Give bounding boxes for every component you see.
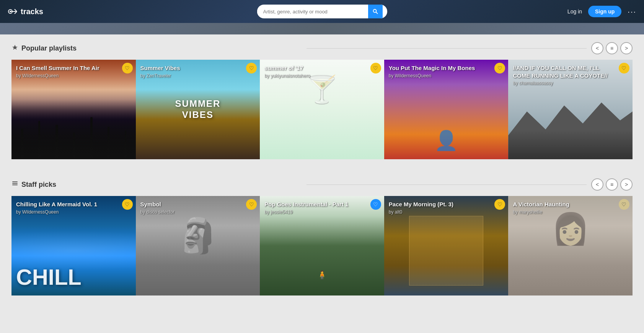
card-info: A Victorian Haunting by maryshellie <box>513 201 616 215</box>
staff-playlist-card-5[interactable]: 👩 ♡ A Victorian Haunting by maryshellie <box>508 196 633 295</box>
card-badge: ♡ <box>370 63 381 73</box>
card-author: by alt0 <box>389 209 492 215</box>
card-info: //AND IF YOU CALL ON ME, I'LL COME RUNNI… <box>513 64 616 86</box>
card-badge: ♡ <box>494 199 505 210</box>
main-content: Popular playlists < ≡ > <box>0 34 644 315</box>
staff-menu-button[interactable]: ≡ <box>606 178 618 191</box>
header-right: Log in Sign up ··· <box>567 6 636 17</box>
search-bar <box>257 5 387 18</box>
popular-section-title: Popular playlists <box>21 44 302 52</box>
card-title: //AND IF YOU CALL ON ME, I'LL COME RUNNI… <box>513 64 616 79</box>
card-author: by WildernessQueen <box>16 73 119 78</box>
popular-playlist-grid: ♡ I Can Smell Summer In The Air by Wilde… <box>11 60 633 159</box>
card-author: by WildernessQueen <box>389 73 492 78</box>
search-button[interactable] <box>368 5 383 18</box>
card-title: summer of '17 <box>264 64 367 72</box>
signup-button[interactable]: Sign up <box>588 6 621 17</box>
card-badge: ♡ <box>122 199 133 210</box>
card-author: by ZenTraveler <box>140 73 243 78</box>
staff-playlist-grid: CHILL ♡ Chilling Like A Mermaid Vol. 1 b… <box>11 196 633 295</box>
big-text: CHILL <box>16 264 82 290</box>
card-info: summer of '17 by yukiyunaisnotahero <box>264 64 367 78</box>
more-button[interactable]: ··· <box>628 7 636 16</box>
card-info: Summer Vibes by ZenTraveler <box>140 64 243 78</box>
popular-playlist-card-5[interactable]: ♡ //AND IF YOU CALL ON ME, I'LL COME RUN… <box>508 60 633 159</box>
login-button[interactable]: Log in <box>567 8 582 15</box>
card-info: I Can Smell Summer In The Air by Wildern… <box>16 64 119 78</box>
card-badge: ♡ <box>619 199 629 210</box>
card-author: by disco selector <box>140 209 243 215</box>
card-title: Symbol <box>140 201 243 208</box>
card-badge: ♡ <box>494 63 505 73</box>
svg-point-5 <box>373 10 376 13</box>
popular-icon <box>11 44 18 52</box>
card-badge: ♡ <box>246 63 257 73</box>
popular-section-header: Popular playlists < ≡ > <box>11 42 633 54</box>
card-title: A Victorian Haunting <box>513 201 616 208</box>
staff-section-line <box>307 184 587 185</box>
staff-playlist-card-4[interactable]: ♡ Pace My Morning (Pt. 3) by alt0 <box>384 196 509 295</box>
popular-menu-button[interactable]: ≡ <box>606 42 618 54</box>
card-author: by maryshellie <box>513 209 616 215</box>
staff-icon <box>11 180 18 189</box>
card-info: Chilling Like A Mermaid Vol. 1 by Wilder… <box>16 201 119 215</box>
card-title: Pace My Morning (Pt. 3) <box>389 201 492 208</box>
card-author: by WildernessQueen <box>16 209 119 215</box>
card-badge: ♡ <box>122 63 133 73</box>
staff-playlist-card-1[interactable]: CHILL ♡ Chilling Like A Mermaid Vol. 1 b… <box>11 196 136 295</box>
popular-prev-button[interactable]: < <box>591 42 603 54</box>
card-author: by yukiyunaisnotahero <box>264 73 367 78</box>
card-badge: ♡ <box>370 199 381 210</box>
card-title: Summer Vibes <box>140 64 243 72</box>
staff-section-header: Staff picks < ≡ > <box>11 178 633 191</box>
card-badge: ♡ <box>619 63 629 73</box>
popular-section-line <box>307 48 587 49</box>
card-title: I Can Smell Summer In The Air <box>16 64 119 72</box>
svg-rect-7 <box>12 181 18 182</box>
popular-playlist-card-4[interactable]: 👤 ♡ You Put The Magic In My Bones by Wil… <box>384 60 509 159</box>
header: tracks Log in Sign up ··· <box>0 0 644 23</box>
popular-section-controls: < ≡ > <box>591 42 633 54</box>
banner-strip <box>0 23 644 34</box>
card-info: Pace My Morning (Pt. 3) by alt0 <box>389 201 492 215</box>
staff-prev-button[interactable]: < <box>591 178 603 191</box>
popular-playlists-section: Popular playlists < ≡ > <box>11 42 633 159</box>
staff-picks-section: Staff picks < ≡ > CHILL ♡ Chilling Like … <box>11 178 633 295</box>
card-info: Symbol by disco selector <box>140 201 243 215</box>
search-input[interactable] <box>257 6 368 18</box>
popular-playlist-card-1[interactable]: ♡ I Can Smell Summer In The Air by Wilde… <box>11 60 136 159</box>
card-author: by jessie5419 <box>264 209 367 215</box>
staff-section-title: Staff picks <box>21 181 302 189</box>
staff-playlist-card-3[interactable]: 🧍 ♡ Pop Goes Instrumental - Part 1 by je… <box>260 196 384 295</box>
card-info: Pop Goes Instrumental - Part 1 by jessie… <box>264 201 367 215</box>
svg-rect-9 <box>12 184 18 185</box>
logo[interactable]: tracks <box>8 6 43 17</box>
logo-text: tracks <box>21 7 43 16</box>
card-title: Pop Goes Instrumental - Part 1 <box>264 201 367 208</box>
popular-playlist-card-3[interactable]: 🍸 ♡ summer of '17 by yukiyunaisnotahero <box>260 60 384 159</box>
svg-line-6 <box>376 12 378 14</box>
svg-rect-8 <box>12 183 18 184</box>
card-title: Chilling Like A Mermaid Vol. 1 <box>16 201 119 208</box>
card-badge: ♡ <box>246 199 257 210</box>
popular-playlist-card-2[interactable]: SUMMERVIBES ♡ Summer Vibes by ZenTravele… <box>136 60 260 159</box>
popular-next-button[interactable]: > <box>620 42 633 54</box>
card-title: You Put The Magic In My Bones <box>389 64 492 72</box>
card-author: by chamalaassassy <box>513 80 616 86</box>
staff-playlist-card-2[interactable]: 🗿 ♡ Symbol by disco selector <box>136 196 260 295</box>
staff-section-controls: < ≡ > <box>591 178 633 191</box>
card-info: You Put The Magic In My Bones by Wildern… <box>389 64 492 78</box>
staff-next-button[interactable]: > <box>620 178 633 191</box>
forest-person: 🧍 <box>317 270 327 280</box>
